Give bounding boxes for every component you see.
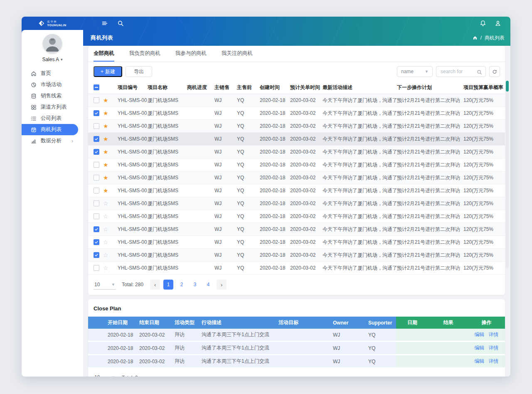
win-probability: 75% (483, 197, 505, 210)
next-step-plan: 预计2月21号进行第二次拜访 (397, 146, 463, 159)
star-icon[interactable]: ★ (103, 123, 108, 129)
edit-link[interactable]: 编辑 (475, 332, 485, 337)
star-icon[interactable]: ☆ (103, 226, 108, 232)
tab-item[interactable]: 我负责的商机 (129, 46, 160, 62)
edit-link[interactable]: 编辑 (475, 358, 485, 364)
page-number[interactable]: 1 (163, 280, 173, 290)
row-select-cell: ☆ (88, 249, 118, 262)
scrollbar-track[interactable] (506, 81, 509, 268)
row-checkbox[interactable] (94, 162, 99, 168)
sidebar-item-calendar[interactable]: 商机列表 (22, 124, 78, 135)
latest-activity: 今天下午拜访了厦门机场，沟通了细节 (323, 159, 397, 171)
user-icon[interactable] (495, 20, 501, 27)
new-button[interactable]: + 新建 (94, 66, 122, 77)
created-time: 2020-02-18 (260, 146, 290, 159)
avatar[interactable] (43, 34, 62, 53)
row-checkbox[interactable] (94, 123, 99, 129)
sidebar-item-channel[interactable]: 渠道方列表 (22, 102, 78, 113)
close-plan-column-header: 结果 (429, 317, 468, 329)
row-checkbox[interactable] (94, 149, 99, 155)
star-icon[interactable]: ★ (103, 175, 108, 181)
created-time: 2020-02-18 (260, 159, 290, 171)
row-checkbox[interactable] (94, 201, 99, 206)
page-size-select[interactable]: 10 ▼ (94, 280, 116, 290)
home-icon[interactable] (473, 35, 478, 40)
prev-page-button[interactable]: ‹ (150, 280, 160, 290)
row-checkbox[interactable] (94, 97, 99, 103)
row-checkbox[interactable] (94, 136, 99, 142)
project-budget: 120(万元) (463, 249, 483, 262)
close-plan-page-size-select[interactable]: 10 ▼ (94, 373, 116, 377)
star-icon[interactable]: ★ (103, 188, 108, 193)
menu-icon[interactable] (101, 20, 108, 27)
star-icon[interactable]: ☆ (103, 239, 108, 245)
search-icon[interactable] (117, 20, 124, 27)
row-select-cell: ★ (88, 184, 118, 197)
row-checkbox[interactable] (94, 110, 99, 116)
latest-activity: 今天下午拜访了厦门机场，沟通了细节 (323, 120, 397, 133)
main-presales: YQ (237, 159, 260, 171)
row-checkbox[interactable] (94, 226, 99, 232)
page-number[interactable]: 4 (203, 280, 213, 290)
supporter-cell: YQ (365, 342, 396, 355)
sidebar-item-campaign[interactable]: 市场活动 (22, 79, 78, 90)
row-checkbox[interactable] (94, 265, 99, 271)
star-icon[interactable]: ★ (103, 149, 108, 155)
next-page-button[interactable]: › (217, 280, 227, 290)
star-icon[interactable]: ☆ (103, 213, 108, 219)
main-sales: WJ (214, 249, 237, 262)
logo[interactable]: 优华林 YOUHUALIN (22, 20, 83, 27)
row-checkbox[interactable] (94, 213, 99, 219)
table-pagination: 10 ▼ Total: 280 ‹ 1234 › (88, 275, 505, 295)
project-name: 厦门机场SMS (148, 249, 187, 262)
project-budget: 120(万元) (463, 171, 483, 184)
select-all-checkbox[interactable] (94, 84, 99, 90)
page-number[interactable]: 2 (177, 280, 187, 290)
star-icon[interactable]: ★ (103, 162, 108, 168)
latest-activity: 今天下午拜访了厦门机场，沟通了细节 (323, 236, 397, 249)
table-row: ★YHL-SMS-001厦门机场SMSWJYQ2020-02-182020-03… (88, 120, 505, 133)
scrollbar-thumb[interactable] (506, 81, 509, 92)
created-time: 2020-02-18 (260, 197, 290, 210)
search-icon[interactable] (477, 69, 482, 74)
row-checkbox[interactable] (94, 239, 99, 245)
calendar-icon (31, 127, 37, 133)
refresh-button[interactable] (489, 66, 500, 77)
tab-item[interactable]: 我参与的商机 (175, 46, 207, 62)
table-row: ★YHL-SMS-001厦门机场SMSWJYQ2020-02-182020-03… (88, 159, 505, 171)
breadcrumb-current[interactable]: 商机列表 (485, 35, 505, 42)
star-icon[interactable]: ★ (103, 97, 108, 103)
sidebar-item-chart[interactable]: 数据分析› (22, 135, 78, 146)
detail-link[interactable]: 详情 (489, 332, 499, 337)
star-icon[interactable]: ☆ (103, 252, 108, 258)
logo-text-en: YOUHUALIN (47, 24, 66, 27)
user-menu[interactable]: Sales A ▾ (42, 57, 62, 62)
next-step-plan: 预计2月21号进行第二次拜访 (397, 159, 463, 171)
opportunity-card: 全部商机我负责的商机我参与的商机我关注的商机 + 新建 导出 name ▼ (88, 46, 505, 295)
sidebar-item-home[interactable]: 首页 (22, 68, 78, 79)
project-name: 厦门机场SMS (148, 262, 187, 275)
edit-link[interactable]: 编辑 (475, 345, 485, 351)
detail-link[interactable]: 详情 (489, 358, 499, 364)
bell-icon[interactable] (480, 20, 486, 27)
tab-item[interactable]: 我关注的商机 (222, 46, 253, 62)
tab-item[interactable]: 全部商机 (94, 46, 114, 62)
star-icon[interactable]: ☆ (103, 201, 108, 206)
table-row: ☆YHL-SMS-001厦门机场SMSWJYQ2020-02-182020-03… (88, 262, 505, 275)
detail-link[interactable]: 详情 (489, 345, 499, 351)
sidebar-item-list[interactable]: 公司列表 (22, 113, 78, 124)
page-number[interactable]: 3 (190, 280, 200, 290)
date-cell (396, 355, 429, 368)
row-checkbox[interactable] (94, 252, 99, 258)
sidebar-item-label: 首页 (41, 70, 51, 77)
row-checkbox[interactable] (94, 175, 99, 181)
project-budget: 120(万元) (463, 223, 483, 236)
filter-field-select[interactable]: name ▼ (397, 66, 433, 77)
sidebar-item-database[interactable]: 销售线索 (22, 90, 78, 102)
star-icon[interactable]: ★ (103, 110, 108, 116)
star-icon[interactable]: ★ (103, 136, 108, 142)
export-button[interactable]: 导出 (126, 66, 152, 77)
search-input[interactable] (440, 68, 477, 75)
row-checkbox[interactable] (94, 188, 99, 193)
star-icon[interactable]: ☆ (103, 265, 108, 271)
